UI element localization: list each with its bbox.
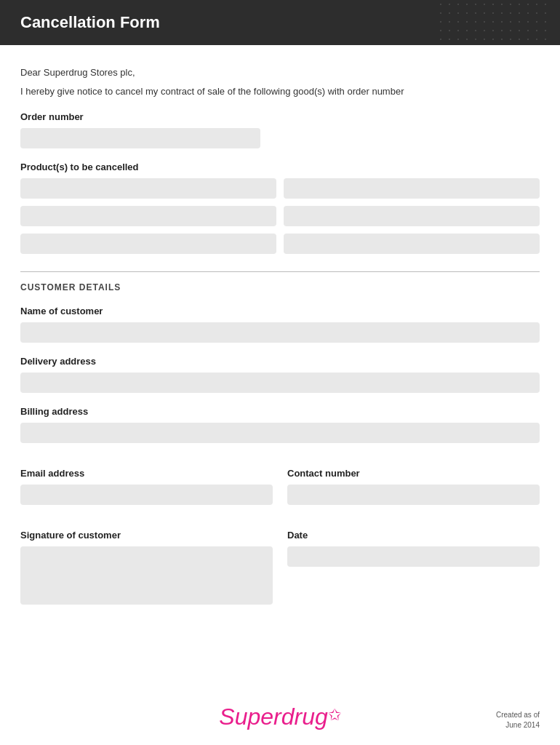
contact-label: Contact number [287, 468, 540, 479]
star-icon: ✩ [328, 706, 341, 724]
email-label: Email address [20, 468, 273, 479]
signature-label: Signature of customer [20, 530, 273, 541]
superdrug-logo-text: Superdrug [219, 704, 327, 730]
product-row3-col2[interactable] [284, 234, 540, 254]
order-number-input[interactable] [20, 128, 260, 148]
product-row2-col1[interactable] [20, 206, 276, 226]
main-content: Dear Superdrug Stores plc, I hereby give… [0, 45, 560, 619]
name-input[interactable] [20, 322, 540, 343]
delivery-group: Delivery address [20, 356, 540, 393]
created-line2: June 2014 [505, 721, 540, 729]
created-line1: Created as of [496, 711, 540, 719]
name-group: Name of customer [20, 306, 540, 343]
order-number-group: Order number [20, 111, 540, 148]
products-grid [20, 178, 540, 254]
signature-input[interactable] [20, 546, 273, 605]
footer-logo-area: Superdrug✩ [20, 704, 540, 730]
contact-input[interactable] [287, 485, 540, 505]
page-title: Cancellation Form [20, 13, 540, 32]
email-group: Email address [20, 455, 273, 505]
date-input[interactable] [287, 546, 540, 567]
email-contact-row: Email address Contact number [20, 455, 540, 505]
billing-label: Billing address [20, 406, 540, 417]
billing-group: Billing address [20, 406, 540, 443]
product-row3-col1[interactable] [20, 234, 276, 254]
product-row2-col2[interactable] [284, 206, 540, 226]
date-label: Date [287, 530, 540, 541]
name-label: Name of customer [20, 306, 540, 316]
product-row1-col2[interactable] [284, 178, 540, 199]
email-input[interactable] [20, 485, 273, 505]
order-number-label: Order number [20, 111, 540, 122]
intro-line2: I hereby give notice to cancel my contra… [20, 84, 540, 99]
date-group: Date [287, 517, 540, 605]
page-footer: Superdrug✩ Created as of June 2014 [0, 704, 560, 730]
delivery-label: Delivery address [20, 356, 540, 367]
delivery-input[interactable] [20, 372, 540, 393]
products-group: Product(s) to be cancelled [20, 162, 540, 254]
page-header: Cancellation Form [0, 0, 560, 45]
footer-created-text: Created as of June 2014 [496, 710, 540, 730]
products-label: Product(s) to be cancelled [20, 162, 540, 172]
product-row1-col1[interactable] [20, 178, 276, 199]
customer-section-divider: CUSTOMER DETAILS [20, 271, 540, 292]
signature-date-row: Signature of customer Date [20, 517, 540, 605]
billing-input[interactable] [20, 423, 540, 443]
signature-group: Signature of customer [20, 517, 273, 605]
customer-section-title: CUSTOMER DETAILS [20, 282, 540, 292]
intro-line1: Dear Superdrug Stores plc, [20, 65, 540, 80]
contact-group: Contact number [287, 455, 540, 505]
